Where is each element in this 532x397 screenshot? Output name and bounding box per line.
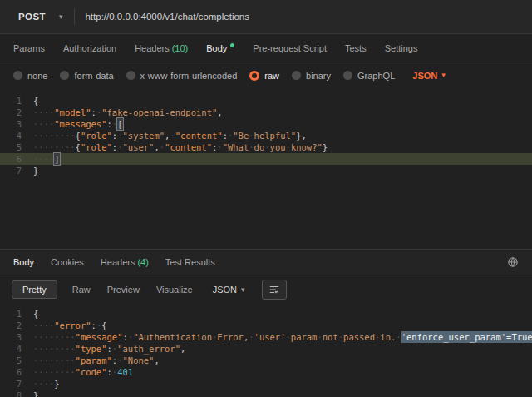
- tab-headers[interactable]: Headers(10): [135, 43, 188, 53]
- response-toolbar: PrettyRawPreviewVisualize JSON ▾: [0, 275, 532, 304]
- wrap-text-icon[interactable]: [262, 280, 287, 300]
- code-token: param: [291, 331, 318, 343]
- body-language-dropdown[interactable]: JSON ▾: [412, 71, 446, 81]
- code-token: ,: [180, 343, 185, 355]
- tab-params[interactable]: Params: [13, 43, 45, 53]
- code-line[interactable]: 5········{"role":·"user",·"content":·"Wh…: [0, 141, 532, 153]
- tab-body[interactable]: Body: [206, 43, 234, 53]
- code-token: }: [54, 378, 59, 390]
- code-line[interactable]: 7}: [0, 165, 532, 176]
- response-tab-headers-count: (4): [137, 257, 148, 267]
- code-line[interactable]: 2····"error":·{: [0, 320, 532, 331]
- body-mode-graphql[interactable]: GraphQL: [343, 71, 395, 81]
- line-number: 6: [0, 153, 33, 165]
- code-line[interactable]: 2····"model":·"fake-openai-endpoint",: [0, 107, 532, 118]
- url-input[interactable]: http://0.0.0.0:4000/v1/chat/completions: [85, 12, 524, 22]
- code-token: [: [117, 118, 122, 130]
- code-line[interactable]: 3····"messages":·[: [0, 118, 532, 130]
- code-token: "messages": [54, 118, 106, 130]
- line-number: 6: [0, 366, 33, 378]
- line-number: 2: [0, 320, 33, 331]
- code-token: {: [33, 308, 38, 320]
- response-tab-headers[interactable]: Headers(4): [101, 257, 149, 267]
- code-line[interactable]: 4········"type":·"auth_error",: [0, 343, 532, 355]
- request-body-editor[interactable]: 1{2····"model":·"fake-openai-endpoint",3…: [0, 88, 532, 249]
- code-token: "fake-openai-endpoint": [101, 107, 217, 118]
- body-mode-raw-label: raw: [264, 71, 279, 81]
- code-token: 401: [117, 366, 133, 378]
- code-line[interactable]: 6········"code":·401: [0, 366, 532, 378]
- code-line[interactable]: 8}: [0, 390, 532, 397]
- globe-icon[interactable]: [507, 256, 519, 268]
- body-mode-form-data-label: form-data: [74, 71, 113, 81]
- body-language-label: JSON: [412, 71, 437, 81]
- code-line[interactable]: 1{: [0, 308, 532, 320]
- response-tabs: BodyCookiesHeaders(4)Test Results: [0, 249, 532, 275]
- body-mode-raw[interactable]: raw: [249, 71, 279, 81]
- code-line[interactable]: 3········"message":·"Authentication·Erro…: [0, 331, 532, 343]
- body-mode-form-data[interactable]: form-data: [60, 71, 113, 81]
- code-token: "system": [123, 130, 165, 141]
- view-mode-pretty[interactable]: Pretty: [12, 280, 57, 299]
- code-line[interactable]: 5········"param":·"None",: [0, 355, 532, 366]
- code-line[interactable]: 7····}: [0, 378, 532, 390]
- code-token: you: [270, 141, 286, 153]
- code-token: 'enforce_user_param'=True": [401, 331, 532, 343]
- response-language-dropdown[interactable]: JSON ▾: [213, 285, 245, 295]
- body-mode-none[interactable]: none: [13, 71, 47, 81]
- response-tab-cookies-label: Cookies: [51, 257, 84, 267]
- whitespace-dots: ········: [33, 343, 76, 355]
- code-token: "type": [76, 343, 107, 355]
- code-token: "model": [54, 107, 91, 118]
- code-token: },: [296, 130, 307, 141]
- code-token: "content": [165, 141, 212, 153]
- line-number: 8: [0, 390, 33, 397]
- response-tab-list: BodyCookiesHeaders(4)Test Results: [13, 257, 215, 267]
- code-token: ]: [54, 153, 59, 165]
- tab-tests[interactable]: Tests: [345, 43, 367, 53]
- tab-pre-request-script[interactable]: Pre-request Script: [253, 43, 327, 53]
- body-mode-x-www-form-urlencoded[interactable]: x-www-form-urlencoded: [126, 71, 238, 81]
- method-dropdown[interactable]: POST ▾: [8, 7, 69, 27]
- response-tab-test-results[interactable]: Test Results: [165, 257, 215, 267]
- code-token: "param": [76, 355, 112, 366]
- response-tab-cookies[interactable]: Cookies: [51, 257, 84, 267]
- response-body-editor[interactable]: 1{2····"error":·{3········"message":·"Au…: [0, 304, 532, 397]
- radio-icon: [126, 71, 135, 80]
- response-tab-headers-label: Headers: [101, 257, 135, 267]
- view-mode-raw[interactable]: Raw: [71, 280, 92, 299]
- radio-icon: [292, 71, 301, 80]
- body-mode-x-www-form-urlencoded-label: x-www-form-urlencoded: [140, 71, 238, 81]
- response-tab-body[interactable]: Body: [13, 257, 34, 267]
- code-token: helpful": [254, 130, 297, 141]
- code-token: "Be: [233, 130, 249, 141]
- code-line[interactable]: 4········{"role":·"system",·"content":·"…: [0, 130, 532, 141]
- code-token: {: [101, 320, 106, 331]
- chevron-down-icon: ▾: [241, 286, 245, 294]
- code-token: }: [323, 141, 328, 153]
- radio-icon: [249, 71, 259, 81]
- code-token: "user": [123, 141, 155, 153]
- tab-headers-count: (10): [172, 43, 189, 53]
- code-line[interactable]: 6····]: [0, 153, 532, 165]
- line-number: 5: [0, 141, 33, 153]
- tab-settings[interactable]: Settings: [385, 43, 418, 53]
- view-mode-preview[interactable]: Preview: [106, 280, 141, 299]
- body-mode-binary[interactable]: binary: [292, 71, 331, 81]
- code-line[interactable]: 1{: [0, 95, 532, 107]
- whitespace-dots: ····: [33, 378, 54, 390]
- tab-authorization[interactable]: Authorization: [63, 43, 116, 53]
- code-token: know?": [291, 141, 323, 153]
- code-token: Error,: [217, 331, 249, 343]
- code-token: do: [254, 141, 265, 153]
- whitespace-dots: ····: [33, 320, 54, 331]
- code-token: {: [33, 95, 38, 107]
- code-token: "role": [81, 141, 112, 153]
- line-number: 3: [0, 118, 33, 130]
- code-token: passed: [343, 331, 375, 343]
- code-token: "Authentication: [133, 331, 212, 343]
- whitespace-dots: ········: [33, 130, 76, 141]
- code-token: "role": [81, 130, 112, 141]
- view-mode-visualize[interactable]: Visualize: [155, 280, 195, 299]
- line-number: 3: [0, 331, 33, 343]
